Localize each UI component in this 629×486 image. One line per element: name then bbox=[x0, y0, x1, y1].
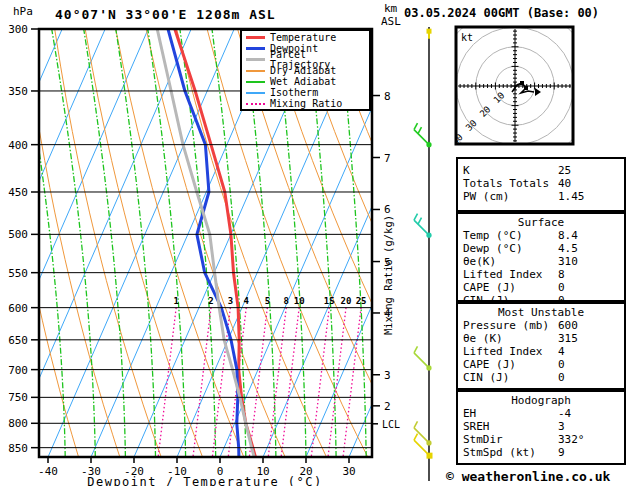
row-label: CAPE (J) bbox=[463, 281, 558, 294]
row-label: StmDir bbox=[463, 433, 558, 446]
mixing-ratio-axis-title: Mixing Ratio (g/kg) bbox=[382, 215, 394, 335]
legend-line-sample bbox=[246, 81, 265, 83]
copyright-footer: © weatheronline.co.uk bbox=[446, 469, 610, 484]
row-label: Totals Totals bbox=[463, 177, 558, 190]
panel-header: Surface bbox=[463, 216, 624, 229]
wind-barb bbox=[427, 29, 432, 39]
pressure-tick-label: 650 bbox=[8, 334, 28, 347]
table-row: Lifted Index 8 bbox=[463, 268, 624, 281]
row-label: CIN (J) bbox=[463, 371, 558, 384]
legend-line-sample bbox=[246, 36, 265, 39]
table-row: CAPE (J) 0 bbox=[463, 281, 624, 294]
pressure-tick-label: 700 bbox=[8, 364, 28, 377]
legend-item: Mixing Ratio bbox=[246, 98, 369, 109]
panel-most-unstable: Most Unstable Pressure (mb) 600 θe (K) 3… bbox=[456, 302, 626, 390]
legend-line-sample bbox=[246, 70, 265, 72]
row-value: 332° bbox=[558, 433, 624, 446]
chart-legend: TemperatureDewpointParcel TrajectoryDry … bbox=[240, 29, 371, 111]
mixing-ratio-label: 15 bbox=[324, 296, 335, 306]
mixing-ratio-label: 8 bbox=[284, 296, 289, 306]
row-label: CAPE (J) bbox=[463, 358, 558, 371]
row-label: Temp (°C) bbox=[463, 229, 558, 242]
table-row: StmSpd (kt) 9 bbox=[463, 446, 624, 459]
temperature-tick-label: -40 bbox=[38, 465, 58, 478]
row-value: 0 bbox=[558, 281, 624, 294]
row-value: 25 bbox=[558, 164, 624, 177]
mixing-ratio-label: 10 bbox=[294, 296, 305, 306]
pressure-tick-label: 400 bbox=[8, 139, 28, 152]
row-label: StmSpd (kt) bbox=[463, 446, 558, 459]
table-row: Pressure (mb) 600 bbox=[463, 319, 624, 332]
row-value: 40 bbox=[558, 177, 624, 190]
row-label: Pressure (mb) bbox=[463, 319, 558, 332]
pressure-tick-label: 750 bbox=[8, 391, 28, 404]
row-label: PW (cm) bbox=[463, 190, 558, 203]
row-value: 0 bbox=[558, 371, 624, 384]
pressure-tick-label: 600 bbox=[8, 302, 28, 315]
temperature-tick-label: 30 bbox=[342, 465, 355, 478]
table-row: K 25 bbox=[463, 164, 624, 177]
legend-line-sample bbox=[246, 92, 265, 94]
row-value: 315 bbox=[558, 332, 624, 345]
panel-indices: K 25 Totals Totals 40 PW (cm) 1.45 bbox=[456, 157, 626, 212]
table-row: PW (cm) 1.45 bbox=[463, 190, 624, 203]
legend-label: Dry Adiabat bbox=[270, 66, 336, 76]
panel-hodograph: Hodograph EH -4 SREH 3 StmDir 332° StmSp… bbox=[456, 390, 626, 465]
table-row: θe(K) 310 bbox=[463, 255, 624, 268]
mixing-ratio-label: 1 bbox=[173, 296, 178, 306]
row-value: 0 bbox=[558, 358, 624, 371]
row-label: θe (K) bbox=[463, 332, 558, 345]
row-value: -4 bbox=[558, 407, 624, 420]
lcl-label: LCL bbox=[382, 419, 400, 430]
row-value: 1.45 bbox=[558, 190, 624, 203]
legend-label: Wet Adiabat bbox=[270, 77, 336, 87]
pressure-tick-label: 850 bbox=[8, 442, 28, 455]
row-value: 8 bbox=[558, 268, 624, 281]
mixing-ratio-label: 25 bbox=[356, 296, 367, 306]
temperature-axis: -40-30-20-100102030Dewpoint / Temperatur… bbox=[38, 458, 356, 486]
mixing-ratio-label: 20 bbox=[341, 296, 352, 306]
legend-item: Wet Adiabat bbox=[246, 76, 369, 87]
mixing-ratio-label: 4 bbox=[244, 296, 250, 306]
row-label: EH bbox=[463, 407, 558, 420]
panel-header: Hodograph bbox=[463, 394, 624, 407]
row-label: θe(K) bbox=[463, 255, 558, 268]
mixing-ratio-label: 2 bbox=[208, 296, 213, 306]
row-label: Dewp (°C) bbox=[463, 242, 558, 255]
hodograph-trace-arrow bbox=[535, 88, 541, 96]
legend-line-sample bbox=[246, 47, 265, 50]
table-row: Dewp (°C) 4.5 bbox=[463, 242, 624, 255]
row-value: 4.5 bbox=[558, 242, 624, 255]
hodograph-unit-label: kt bbox=[461, 32, 473, 43]
table-row: StmDir 332° bbox=[463, 433, 624, 446]
row-value: 310 bbox=[558, 255, 624, 268]
row-value: 4 bbox=[558, 345, 624, 358]
pressure-tick-label: 450 bbox=[8, 186, 28, 199]
wind-barb-staff bbox=[414, 27, 433, 481]
pressure-tick-label: 800 bbox=[8, 417, 28, 430]
row-value: 8.4 bbox=[558, 229, 624, 242]
mixing-ratio-lines bbox=[158, 308, 361, 457]
pressure-tick-label: 300 bbox=[8, 23, 28, 36]
km-tick-label: 6 bbox=[384, 203, 391, 216]
table-row: Totals Totals 40 bbox=[463, 177, 624, 190]
row-value: 9 bbox=[558, 446, 624, 459]
temperature-axis-title: Dewpoint / Temperature (°C) bbox=[87, 475, 323, 486]
row-value: 600 bbox=[558, 319, 624, 332]
mixing-ratio-label: 5 bbox=[265, 296, 270, 306]
legend-line-sample bbox=[246, 103, 265, 105]
km-tick-label: 7 bbox=[384, 152, 391, 165]
row-label: Lifted Index bbox=[463, 268, 558, 281]
table-row: Lifted Index 4 bbox=[463, 345, 624, 358]
legend-label: Mixing Ratio bbox=[270, 99, 342, 109]
legend-item: Isotherm bbox=[246, 87, 369, 98]
row-label: K bbox=[463, 164, 558, 177]
pressure-tick-label: 350 bbox=[8, 85, 28, 98]
pressure-tick-label: 500 bbox=[8, 228, 28, 241]
km-tick-label: 3 bbox=[384, 369, 391, 382]
legend-item: Parcel Trajectory bbox=[246, 54, 369, 65]
table-row: EH -4 bbox=[463, 407, 624, 420]
legend-line-sample bbox=[246, 58, 265, 61]
panel-header: Most Unstable bbox=[463, 306, 624, 319]
table-row: SREH 3 bbox=[463, 420, 624, 433]
